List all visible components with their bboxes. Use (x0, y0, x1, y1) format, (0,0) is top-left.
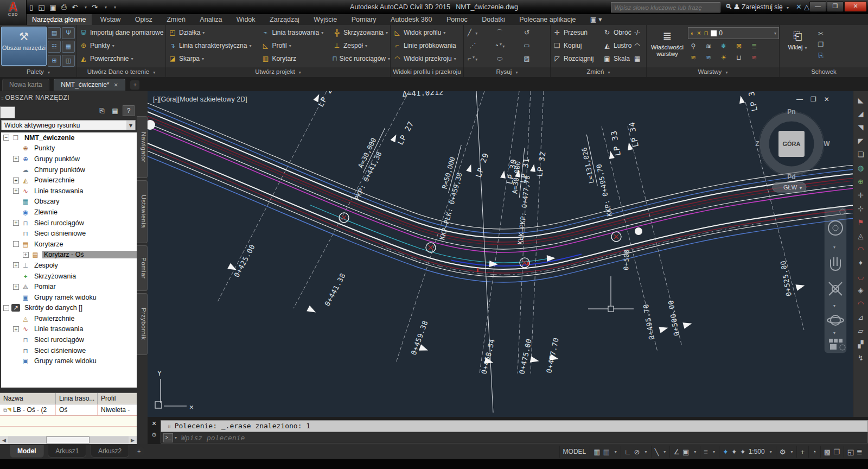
tree-item[interactable]: Linie trasowania (33, 187, 85, 195)
pipe-network-button[interactable]: ⊓Sieć rurociągów▾ (330, 52, 390, 65)
osnap-toggles[interactable]: ∠▣▾ (669, 446, 699, 458)
file-tab-nowa-karta[interactable]: Nowa karta (2, 79, 49, 91)
layer-walk-icon[interactable]: ≋ (749, 52, 760, 63)
layout-tab-arkusz1[interactable]: Arkusz1 (48, 445, 86, 458)
tree-item[interactable]: Sieci rurociągów (33, 336, 86, 344)
toolbar-surface4-icon[interactable]: ◤ (855, 134, 867, 148)
expander-icon[interactable]: + (13, 284, 19, 290)
expander-icon[interactable]: − (3, 135, 9, 141)
restore-button[interactable]: ❐ (827, 1, 844, 12)
tab-pomoc[interactable]: Pomoc (441, 14, 474, 25)
open-file-icon[interactable]: ◱ (38, 3, 44, 11)
tree-item[interactable]: Obszary (33, 198, 61, 205)
toolbar-surface2-icon[interactable]: ◢ (855, 107, 867, 121)
command-recent-icon[interactable]: ▾ (175, 435, 177, 440)
tab-zmien[interactable]: Zmień (161, 14, 192, 25)
scale-button[interactable]: ▣Skala (601, 52, 634, 65)
command-close-icon[interactable]: ✕ (148, 420, 161, 427)
new-drawing-tab-button[interactable]: + (130, 80, 139, 90)
toolbar-point-create-icon[interactable]: ✛ (855, 188, 867, 202)
calculator-icon[interactable]: ⊞ (48, 55, 61, 67)
file-tab-close-icon[interactable]: ✕ (114, 82, 118, 88)
mirror-button[interactable]: ◭Lustro (601, 39, 634, 52)
expander-icon[interactable]: − (3, 305, 9, 311)
col-nazwa[interactable]: Nazwa (0, 393, 56, 404)
tree-item[interactable]: Pomiar (33, 283, 58, 290)
tree-item[interactable]: Sieci ciśnieniowe (33, 230, 87, 237)
xline-tool-icon[interactable]: ⋰ ▾ (467, 40, 478, 51)
scroll-thumb[interactable] (46, 436, 90, 443)
tree-item[interactable]: Skrzyżowania (33, 272, 78, 280)
tree-item[interactable]: Grupy punktów (33, 155, 81, 163)
tab-autodesk360[interactable]: Autodesk 360 (385, 14, 438, 25)
viewcube-west[interactable]: Z (755, 140, 759, 148)
tree-item[interactable]: Korytarze (33, 240, 65, 248)
annotation-tools[interactable]: ✦ ✦ ✦ 1:500▾ (719, 446, 775, 458)
paste-special-icon[interactable]: ⎘ (815, 50, 826, 61)
tab-widok[interactable]: Widok (231, 14, 261, 25)
expander-icon[interactable]: − (13, 241, 19, 247)
line-tool-icon[interactable]: ╱ ▾ (467, 27, 478, 38)
trim-icon[interactable]: -/- (634, 26, 645, 39)
points-button[interactable]: ⊕Punkty▾ (77, 39, 165, 52)
footer-schowek[interactable]: Schowek (780, 67, 868, 77)
fillet-icon[interactable]: ◠ (634, 39, 645, 52)
expander-icon[interactable]: + (23, 252, 29, 258)
layer-freeze-icon[interactable]: ❄ (718, 41, 729, 52)
tree-item[interactable]: Grupy ramek widoku (33, 294, 98, 301)
footer-palety[interactable]: Palety ▾ (0, 67, 77, 77)
lineweight-toggle[interactable]: ≡▾ (700, 446, 718, 458)
toolbar-arc3-icon[interactable]: ◠ (855, 297, 867, 310)
move-button[interactable]: ✛Przesuń (551, 26, 601, 39)
paste-button[interactable]: ⎗ Wklej▾ (781, 27, 814, 66)
hatch-tool-icon[interactable]: ▨ ▾ (521, 53, 532, 64)
cut-icon[interactable]: ✂ (815, 28, 826, 39)
toolbar-arc1-icon[interactable]: ◠ (855, 243, 867, 256)
col-linia-trasowania[interactable]: Linia traso... (56, 393, 98, 404)
grading-button[interactable]: ◪Skarpa▾ (166, 52, 259, 65)
exchange-apps-icon[interactable]: ✕ (796, 2, 802, 12)
layer-prev-icon[interactable]: ≋ (703, 41, 714, 52)
rectangle-tool-icon[interactable]: ▭ ▾ (521, 40, 532, 51)
viewcube-north[interactable]: Pn (787, 108, 795, 116)
layer-current-icon[interactable]: ☀ (718, 52, 729, 63)
toolbar-point-select-icon[interactable]: ⊹ (855, 202, 867, 216)
toolbar-boundary2-icon[interactable]: ▱ (855, 324, 867, 338)
file-tab-nmt-cwiczenie[interactable]: NMT_ćwiczenie*✕ (54, 79, 125, 91)
search-input[interactable] (611, 2, 720, 12)
toolbar-boundary4-icon[interactable]: ↯ (855, 351, 867, 365)
tree-item[interactable]: Zespoły (33, 262, 60, 269)
surfaces-button[interactable]: ◭Powierzchnie▾ (77, 52, 165, 65)
alignment-button[interactable]: ⌁Linia trasowania▾ (259, 26, 330, 39)
viewport-minimize-icon[interactable]: — (796, 96, 803, 103)
trayicons[interactable]: ▩❐ (820, 446, 843, 458)
navigation-bar[interactable]: ▾ ▾ ▾ (825, 207, 846, 353)
tree-item[interactable]: Sieci ciśnieniowe (33, 347, 87, 354)
toolbar-surface3-icon[interactable]: ◥ (855, 121, 867, 134)
survey-palette-icon[interactable]: Ψ (62, 27, 75, 39)
table-hscrollbar[interactable]: ◀ ▶ (0, 436, 137, 444)
import-survey-button[interactable]: ⛁Importuj dane pomiarowe (77, 26, 165, 39)
toolbar-globe-icon[interactable]: ◍ (855, 161, 867, 175)
toolbar-marker-icon[interactable]: ◈ (855, 283, 867, 297)
side-tab-nawigator[interactable]: Nawigator (137, 116, 148, 178)
view-selector-dropdown[interactable]: ▾ Widok aktywnego rysunku (1, 120, 136, 130)
tree-item[interactable]: Sieci rurociągów (33, 219, 86, 227)
grid-toggles[interactable]: ▦▦▾ (590, 446, 620, 458)
tab-analiza[interactable]: Analiza (194, 14, 228, 25)
undo-dropdown-icon[interactable]: ▾ (85, 5, 87, 10)
toolbar-boundary3-icon[interactable]: ▞ (855, 338, 867, 351)
stretch-button[interactable]: ◸Rozciągnij (551, 52, 601, 65)
tab-polecane-aplikacje[interactable]: Polecane aplikacje (513, 14, 582, 25)
copy-button[interactable]: ❏Kopiuj (551, 39, 601, 52)
layer-properties-button[interactable]: ≣ Właściwości warstwy (648, 27, 687, 66)
units-clock[interactable]: ◔ (808, 446, 820, 458)
viewport-controls-label[interactable]: [-][Góra][Model szkieletowy 2D] (153, 96, 247, 103)
data-shortcuts-icon[interactable]: ⎘ (97, 105, 107, 116)
layer-match-icon[interactable]: ⚲ (688, 41, 699, 52)
app-menu-button[interactable]: A C3D (0, 0, 27, 25)
toolbar-surface1-icon[interactable]: ◣ (855, 93, 867, 107)
corridor-button[interactable]: ▥Korytarz (259, 52, 330, 65)
layer-on-off-icon[interactable]: ≋ (688, 52, 699, 63)
footer-projekt[interactable]: Utwórz projekt ▾ (166, 67, 391, 77)
